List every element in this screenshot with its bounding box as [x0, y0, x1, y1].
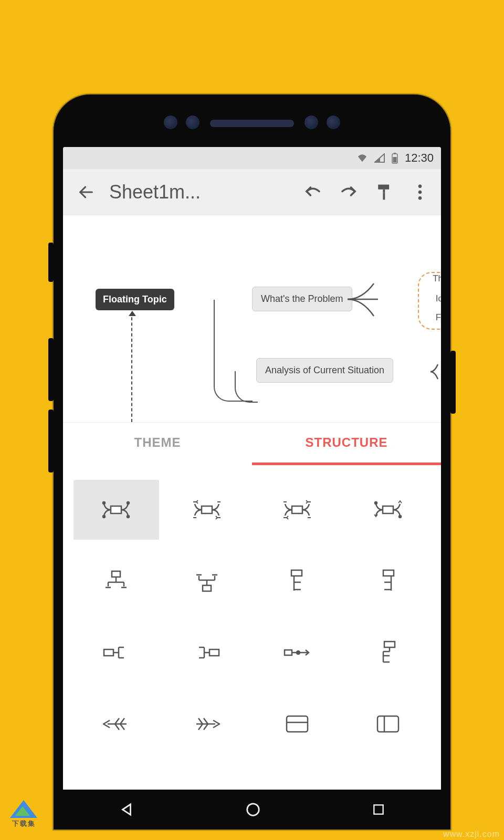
svg-line-70 [198, 724, 203, 730]
signal-icon [374, 153, 385, 163]
svg-point-8 [418, 190, 422, 194]
redo-button[interactable] [336, 180, 361, 205]
svg-rect-34 [291, 570, 302, 576]
svg-rect-17 [383, 506, 393, 513]
page-title: Sheet1m... [109, 181, 201, 203]
more-button[interactable] [407, 180, 433, 205]
svg-marker-75 [122, 804, 130, 815]
phone-camera [164, 116, 177, 129]
structure-fishbone-right[interactable] [164, 694, 250, 754]
svg-point-9 [418, 196, 422, 200]
tab-theme[interactable]: THEME [63, 423, 252, 465]
svg-rect-20 [112, 571, 120, 577]
svg-point-18 [375, 502, 377, 504]
structure-tree-right[interactable] [255, 551, 340, 611]
svg-point-19 [399, 516, 401, 518]
svg-point-11 [103, 502, 105, 504]
svg-rect-27 [203, 585, 211, 591]
svg-rect-4 [378, 184, 389, 189]
svg-rect-71 [287, 716, 308, 732]
status-bar: 12:30 [63, 147, 441, 169]
svg-rect-5 [383, 189, 385, 193]
svg-rect-52 [285, 650, 292, 655]
svg-line-67 [204, 718, 208, 724]
child-connector [348, 278, 390, 326]
nav-recent-button[interactable] [372, 803, 385, 816]
floating-topic-connector [131, 312, 132, 422]
phone-side-button [48, 243, 54, 282]
svg-rect-77 [374, 805, 383, 814]
status-time: 12:30 [405, 151, 434, 165]
svg-rect-6 [383, 193, 385, 200]
phone-screen: 12:30 Sheet1m... Floating Topic [63, 147, 441, 830]
structure-spreadsheet-row[interactable] [255, 694, 340, 754]
structure-org-down[interactable] [74, 551, 159, 611]
structure-map-anticlockwise[interactable] [255, 480, 340, 540]
branch-connector [235, 371, 258, 403]
nav-back-button[interactable] [119, 802, 134, 817]
phone-camera [327, 116, 340, 129]
wifi-icon [356, 153, 368, 163]
svg-line-69 [204, 724, 208, 730]
svg-rect-2 [393, 157, 396, 163]
battery-icon [391, 152, 398, 164]
clipped-subtopic[interactable]: Fi [436, 312, 441, 323]
svg-point-14 [127, 516, 129, 518]
phone-frame: 12:30 Sheet1m... Floating Topic [54, 94, 450, 830]
svg-point-7 [418, 184, 422, 188]
svg-point-13 [127, 502, 129, 504]
watermark-logo: 下载集 [5, 800, 42, 837]
svg-rect-73 [377, 716, 398, 732]
structure-logic-left[interactable] [164, 623, 250, 682]
svg-line-62 [115, 718, 119, 724]
svg-line-64 [115, 724, 119, 730]
clipped-subtopic[interactable]: Id [436, 293, 441, 304]
structure-map-balanced[interactable] [74, 480, 159, 540]
structure-grid [63, 465, 441, 759]
svg-line-68 [198, 718, 203, 724]
structure-timeline[interactable] [255, 623, 340, 682]
structure-tree-table[interactable] [345, 623, 431, 682]
android-nav-bar [63, 790, 441, 830]
svg-line-63 [120, 718, 124, 724]
phone-camera [304, 116, 318, 129]
svg-rect-47 [209, 649, 219, 656]
structure-spreadsheet-col[interactable] [345, 694, 431, 754]
child-connector [430, 362, 441, 381]
clipped-subtopic[interactable]: Th [433, 273, 441, 285]
structure-map-variant[interactable] [345, 480, 431, 540]
svg-rect-10 [111, 506, 121, 513]
svg-rect-16 [292, 506, 302, 513]
phone-side-button [450, 351, 456, 414]
structure-fishbone-left[interactable] [74, 694, 159, 754]
undo-button[interactable] [300, 180, 326, 205]
topic-node-analysis[interactable]: Analysis of Current Situation [256, 358, 393, 383]
mindmap-canvas[interactable]: Floating Topic What's the Problem Analys… [63, 215, 441, 422]
phone-side-button [48, 410, 54, 472]
phone-side-button [48, 338, 54, 401]
phone-speaker [210, 120, 294, 127]
svg-rect-55 [384, 642, 395, 647]
svg-point-12 [103, 516, 105, 518]
svg-rect-42 [104, 649, 113, 656]
format-button[interactable] [372, 180, 397, 205]
svg-point-76 [247, 804, 259, 816]
tab-structure[interactable]: STRUCTURE [252, 423, 441, 465]
back-button[interactable] [74, 180, 99, 205]
toolbar: Sheet1m... [63, 169, 441, 215]
svg-rect-1 [394, 153, 396, 154]
floating-topic-node[interactable]: Floating Topic [96, 289, 174, 310]
svg-point-54 [297, 651, 300, 654]
svg-line-65 [120, 724, 124, 730]
watermark-url: www.xzji.com [443, 830, 500, 839]
topic-node-problem[interactable]: What's the Problem [252, 287, 352, 311]
nav-home-button[interactable] [245, 802, 261, 817]
svg-rect-38 [383, 570, 394, 576]
structure-logic-right[interactable] [74, 623, 159, 682]
structure-tree-left[interactable] [345, 551, 431, 611]
structure-map-clockwise[interactable] [164, 480, 250, 540]
structure-org-up[interactable] [164, 551, 250, 611]
svg-rect-15 [202, 506, 212, 513]
format-tabbar: THEME STRUCTURE [63, 422, 441, 465]
watermark-logo-text: 下载集 [5, 819, 42, 828]
